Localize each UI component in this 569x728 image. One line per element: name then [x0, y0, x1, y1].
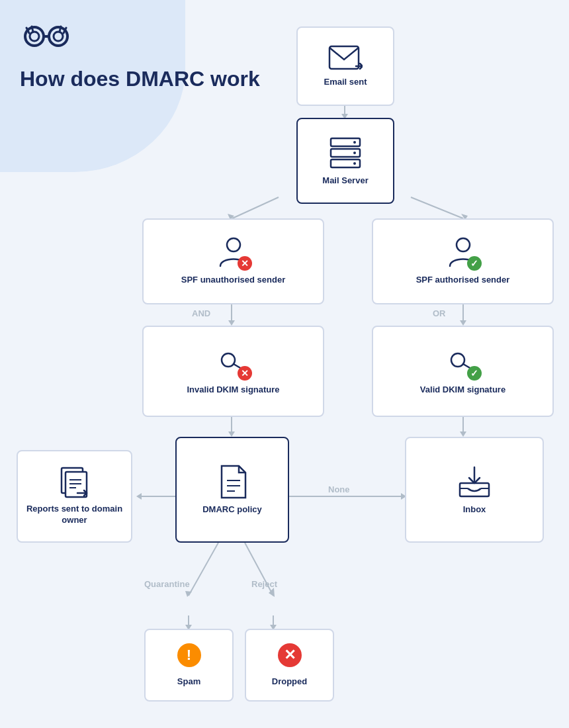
spf-auth-box: ✓ SPF authorised sender — [372, 218, 554, 304]
dmarc-policy-box: DMARC policy — [175, 437, 289, 543]
svg-marker-26 — [269, 588, 275, 597]
email-sent-label: Email sent — [324, 77, 367, 88]
valid-dkim-label: Valid DKIM signature — [420, 385, 505, 396]
spf-unauth-box: ✕ SPF unauthorised sender — [142, 218, 324, 304]
reject-label: Reject — [251, 579, 277, 589]
valid-dkim-badge: ✓ — [467, 366, 482, 381]
svg-marker-14 — [228, 432, 235, 437]
spf-unauth-badge: ✕ — [238, 256, 252, 271]
svg-marker-16 — [460, 320, 466, 326]
svg-point-3 — [54, 32, 63, 41]
spam-icon: ! — [177, 643, 201, 667]
dropped-box: ✕ Dropped — [245, 629, 334, 702]
svg-marker-24 — [185, 591, 192, 597]
reports-box: Reports sent to domain owner — [17, 450, 132, 543]
spf-auth-badge: ✓ — [467, 256, 482, 271]
svg-marker-12 — [228, 320, 235, 326]
mail-server-box: Mail Server — [296, 118, 394, 204]
invalid-dkim-badge: ✕ — [238, 366, 252, 381]
reports-label: Reports sent to domain owner — [24, 504, 124, 526]
spf-unauth-label: SPF unauthorised sender — [181, 275, 285, 286]
svg-rect-31 — [329, 46, 359, 69]
svg-line-23 — [189, 543, 218, 596]
svg-line-9 — [411, 197, 463, 218]
svg-point-39 — [227, 238, 240, 251]
svg-point-45 — [451, 353, 464, 367]
none-label: None — [328, 484, 350, 494]
inbox-box: Inbox — [405, 437, 544, 543]
svg-point-41 — [222, 353, 235, 367]
svg-rect-58 — [460, 483, 489, 496]
dropped-icon: ✕ — [278, 643, 302, 667]
email-sent-box: Email sent — [296, 26, 394, 106]
svg-marker-18 — [460, 432, 466, 437]
svg-line-7 — [232, 197, 279, 218]
svg-point-38 — [353, 162, 356, 165]
spam-label: Spam — [177, 676, 200, 688]
dropped-label: Dropped — [272, 676, 307, 688]
svg-marker-20 — [136, 493, 142, 500]
invalid-dkim-box: ✕ Invalid DKIM signature — [142, 326, 324, 417]
svg-point-37 — [353, 152, 356, 154]
page-title: How does DMARC work — [20, 66, 260, 91]
and-label: AND — [192, 308, 210, 318]
svg-point-36 — [353, 141, 356, 144]
mail-server-label: Mail Server — [322, 175, 368, 187]
invalid-dkim-label: Invalid DKIM signature — [187, 385, 279, 396]
inbox-label: Inbox — [463, 504, 486, 516]
svg-point-1 — [30, 32, 39, 41]
dmarc-policy-label: DMARC policy — [202, 504, 262, 516]
valid-dkim-box: ✓ Valid DKIM signature — [372, 326, 554, 417]
spam-box: ! Spam — [144, 629, 234, 702]
or-label: OR — [433, 308, 446, 318]
quarantine-label: Quarantine — [144, 579, 190, 589]
spf-auth-label: SPF authorised sender — [416, 275, 510, 286]
logo — [20, 20, 73, 56]
svg-point-40 — [457, 238, 470, 251]
